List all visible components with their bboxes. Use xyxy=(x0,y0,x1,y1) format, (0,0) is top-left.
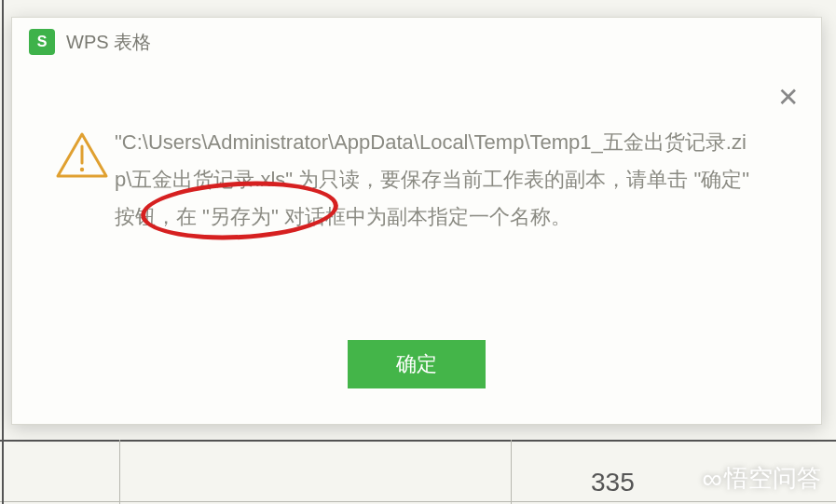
app-title: WPS 表格 xyxy=(66,30,151,55)
watermark-icon: ∞ xyxy=(703,463,717,495)
ok-button[interactable]: 确定 xyxy=(348,340,486,388)
dialog-message: "C:\Users\Administrator\AppData\Local\Te… xyxy=(115,124,756,236)
svg-point-1 xyxy=(80,168,84,171)
title-bar: S WPS 表格 xyxy=(12,18,821,66)
close-button[interactable]: ✕ xyxy=(777,85,799,111)
cell-value: 335 xyxy=(591,468,635,497)
wps-app-icon: S xyxy=(29,29,55,55)
message-dialog: S WPS 表格 ✕ "C:\Users\Administrator\AppDa… xyxy=(11,17,822,425)
warning-icon xyxy=(49,124,115,180)
watermark: ∞ 悟空问答 xyxy=(703,462,821,495)
watermark-text: 悟空问答 xyxy=(724,462,821,495)
